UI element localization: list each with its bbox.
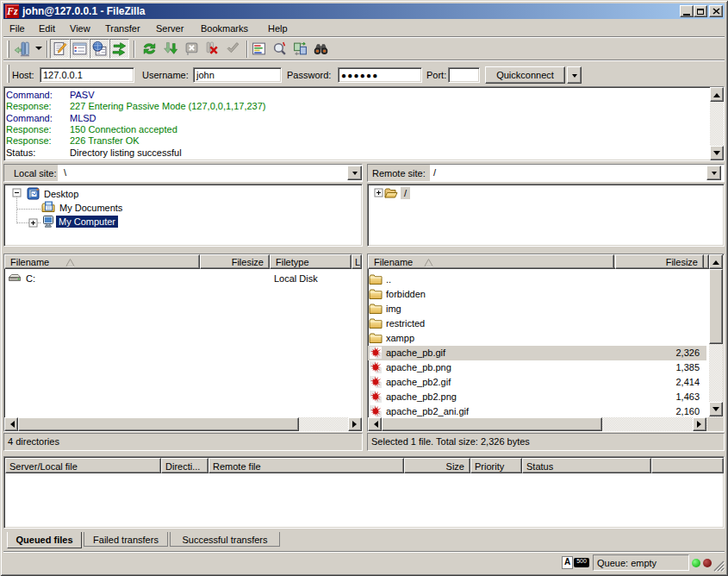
svg-text:Fz: Fz [6,5,18,17]
